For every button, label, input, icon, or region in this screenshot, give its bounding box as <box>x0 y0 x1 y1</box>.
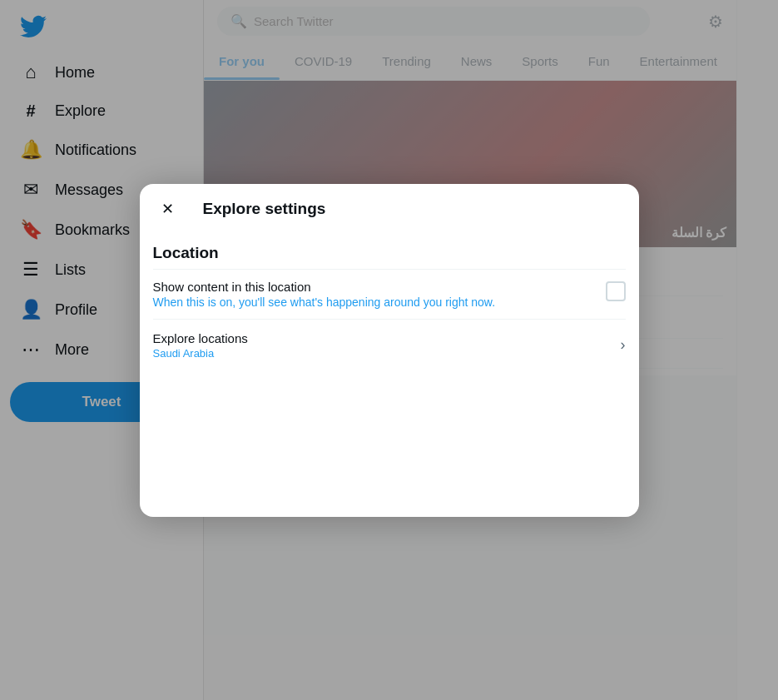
explore-locations-label: Explore locations <box>153 331 248 345</box>
close-button[interactable]: ✕ <box>153 194 183 224</box>
show-content-text: Show content in this location When this … <box>153 280 592 309</box>
close-icon: ✕ <box>161 200 174 218</box>
explore-locations-content: Explore locations Saudi Arabia <box>153 331 248 360</box>
show-content-setting-row: Show content in this location When this … <box>153 269 626 319</box>
modal-overlay[interactable]: ✕ Explore settings Location Show content… <box>0 0 778 700</box>
modal-body: Location Show content in this location W… <box>140 234 639 391</box>
show-content-label: Show content in this location <box>153 280 592 294</box>
explore-locations-row[interactable]: Explore locations Saudi Arabia › <box>153 319 626 371</box>
modal-header: ✕ Explore settings <box>140 184 639 234</box>
chevron-right-icon: › <box>621 336 626 354</box>
explore-settings-modal: ✕ Explore settings Location Show content… <box>140 184 639 517</box>
location-section-title: Location <box>153 234 626 269</box>
show-content-sublabel: When this is on, you'll see what's happe… <box>153 295 592 309</box>
explore-locations-value: Saudi Arabia <box>153 347 248 360</box>
modal-title: Explore settings <box>203 200 326 218</box>
show-content-checkbox[interactable] <box>606 281 626 301</box>
